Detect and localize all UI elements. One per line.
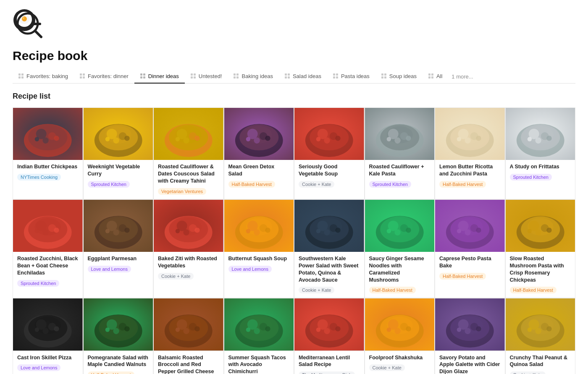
- recipe-image: [294, 298, 364, 350]
- recipe-source-tag: Half-Baked Harvest: [369, 287, 416, 293]
- app-logo: [13, 8, 43, 39]
- recipe-image: [13, 298, 83, 350]
- recipe-card[interactable]: Balsamic Roasted Broccoli and Red Pepper…: [153, 298, 224, 374]
- svg-point-77: [246, 126, 272, 143]
- recipe-card[interactable]: A Study on Frittatas Sprouted Kitchen: [505, 107, 576, 199]
- recipe-card[interactable]: Crunchy Thai Peanut & Quinoa Salad Cooki…: [505, 298, 576, 374]
- svg-point-194: [35, 317, 61, 334]
- svg-point-69: [176, 137, 180, 141]
- svg-rect-12: [80, 73, 82, 76]
- svg-rect-11: [21, 76, 24, 78]
- recipe-card[interactable]: Pomegranate Salad with Maple Candied Wal…: [83, 298, 154, 374]
- recipe-card[interactable]: Lemon Butter Ricotta and Zucchini Pasta …: [435, 107, 505, 199]
- svg-point-167: [386, 218, 412, 235]
- recipe-image: [435, 298, 505, 350]
- recipe-card[interactable]: Butternut Squash Soup Love and Lemons: [224, 199, 294, 298]
- recipe-source-tag: Cookie + Kate: [158, 273, 194, 280]
- recipe-image: [224, 108, 294, 160]
- recipe-card[interactable]: Slow Roasted Mushroom Pasta with Crisp R…: [505, 199, 576, 298]
- svg-point-141: [176, 229, 180, 233]
- recipe-card[interactable]: Saucy Ginger Sesame Noodles with Caramel…: [365, 199, 435, 298]
- svg-point-105: [457, 137, 461, 141]
- recipe-card[interactable]: Foolproof Shakshuka Cookie + Kate: [365, 298, 435, 374]
- svg-point-114: [527, 137, 531, 141]
- recipe-source-tag: Cookie + Kate: [299, 287, 334, 293]
- tab-all[interactable]: All: [423, 70, 448, 84]
- svg-rect-40: [428, 73, 430, 76]
- recipe-image: [365, 298, 435, 350]
- recipe-card[interactable]: Mediterranean Lentil Salad Recipe The Me…: [294, 298, 365, 374]
- recipe-source-tag: Sprouted Kitchen: [369, 181, 411, 188]
- svg-point-151: [265, 228, 270, 233]
- svg-rect-33: [336, 73, 338, 76]
- recipe-card[interactable]: Cast Iron Skillet Pizza Love and Lemons: [13, 298, 83, 374]
- recipe-name: Eggplant Parmesan: [88, 255, 149, 262]
- grid-icon: [333, 73, 339, 79]
- tab-baking-ideas[interactable]: Baking ideas: [228, 70, 278, 84]
- tab-soup-ideas[interactable]: Soup ideas: [375, 70, 423, 84]
- svg-rect-21: [194, 73, 196, 76]
- recipe-card[interactable]: Roasted Zucchini, Black Bean + Goat Chee…: [13, 199, 83, 298]
- recipe-image: [154, 200, 223, 252]
- recipe-info: Mean Green Detox Salad Half-Baked Harves…: [224, 160, 294, 192]
- svg-point-239: [386, 317, 412, 334]
- recipe-card[interactable]: Summer Squash Tacos with Avocado Chimich…: [224, 298, 294, 374]
- recipe-info: Indian Butter Chickpeas NYTimes Cooking: [13, 160, 83, 185]
- more-tabs[interactable]: 1 more...: [448, 70, 476, 83]
- recipe-card[interactable]: Weeknight Vegetable Curry Sprouted Kitch…: [83, 107, 154, 199]
- svg-rect-25: [236, 73, 239, 76]
- recipe-card[interactable]: Roasted Cauliflower + Kale Pasta Sproute…: [365, 107, 435, 199]
- svg-point-205: [124, 327, 129, 332]
- tab-untested[interactable]: Untested!: [185, 70, 228, 84]
- recipe-name: Seriously Good Vegetable Soup: [299, 163, 360, 178]
- svg-point-60: [105, 137, 109, 141]
- recipe-source-tag: NYTimes Cooking: [17, 174, 61, 180]
- svg-point-150: [246, 229, 250, 233]
- recipe-card[interactable]: Caprese Pesto Pasta Bake Half-Baked Harv…: [435, 199, 505, 298]
- svg-point-142: [194, 228, 200, 233]
- svg-rect-14: [80, 76, 82, 78]
- tab-dinner-ideas[interactable]: Dinner ideas: [134, 70, 185, 84]
- svg-rect-28: [285, 73, 287, 76]
- recipe-card[interactable]: Mean Green Detox Salad Half-Baked Harves…: [224, 107, 294, 199]
- svg-rect-36: [381, 73, 383, 76]
- svg-point-187: [546, 228, 551, 233]
- recipe-card[interactable]: Baked Ziti with Roasted Vegetables Cooki…: [153, 199, 224, 298]
- recipe-card[interactable]: Seriously Good Vegetable Soup Cookie + K…: [294, 107, 365, 199]
- svg-point-204: [105, 328, 109, 332]
- recipe-info: Weeknight Vegetable Curry Sprouted Kitch…: [84, 160, 153, 192]
- svg-rect-35: [336, 76, 338, 78]
- recipe-card[interactable]: Eggplant Parmesan Love and Lemons: [83, 199, 154, 298]
- tab-label: Soup ideas: [389, 73, 417, 79]
- recipe-card[interactable]: Southwestern Kale Power Salad with Sweet…: [294, 199, 365, 298]
- recipe-info: Lemon Butter Ricotta and Zucchini Pasta …: [435, 160, 505, 192]
- recipe-name: Lemon Butter Ricotta and Zucchini Pasta: [439, 163, 501, 178]
- svg-point-185: [527, 218, 553, 235]
- svg-rect-18: [140, 76, 142, 78]
- recipe-info: Eggplant Parmesan Love and Lemons: [84, 252, 153, 277]
- svg-point-212: [176, 317, 202, 334]
- recipe-card[interactable]: Savory Potato and Apple Galette with Cid…: [435, 298, 505, 374]
- tab-favorites-dinner[interactable]: Favorites: dinner: [74, 70, 134, 84]
- svg-point-86: [316, 126, 342, 143]
- svg-rect-38: [381, 76, 383, 78]
- svg-rect-37: [384, 73, 386, 76]
- svg-point-213: [176, 328, 180, 332]
- recipe-info: Roasted Cauliflower + Kale Pasta Sproute…: [365, 160, 435, 192]
- svg-rect-17: [143, 73, 145, 76]
- recipe-info: Caprese Pesto Pasta Bake Half-Baked Harv…: [435, 252, 505, 284]
- section-title: Recipe list: [13, 92, 575, 101]
- svg-rect-8: [18, 73, 21, 76]
- svg-point-5: [23, 17, 24, 19]
- tab-favorites-baking[interactable]: Favorites: baking: [13, 70, 74, 84]
- recipe-name: Cast Iron Skillet Pizza: [17, 354, 79, 361]
- recipe-card[interactable]: Roasted Cauliflower & Dates Couscous Sal…: [153, 107, 224, 199]
- recipe-image: [365, 108, 435, 160]
- recipe-image: [506, 200, 575, 252]
- recipe-name: Crunchy Thai Peanut & Quinoa Salad: [510, 354, 571, 369]
- recipe-source-tag: Cookie + Kate: [369, 364, 405, 371]
- recipe-card[interactable]: Indian Butter Chickpeas NYTimes Cooking: [13, 107, 83, 199]
- recipe-grid: Indian Butter Chickpeas NYTimes Cooking …: [13, 107, 575, 374]
- tab-pasta-ideas[interactable]: Pasta ideas: [327, 70, 375, 84]
- tab-salad-ideas[interactable]: Salad ideas: [279, 70, 327, 84]
